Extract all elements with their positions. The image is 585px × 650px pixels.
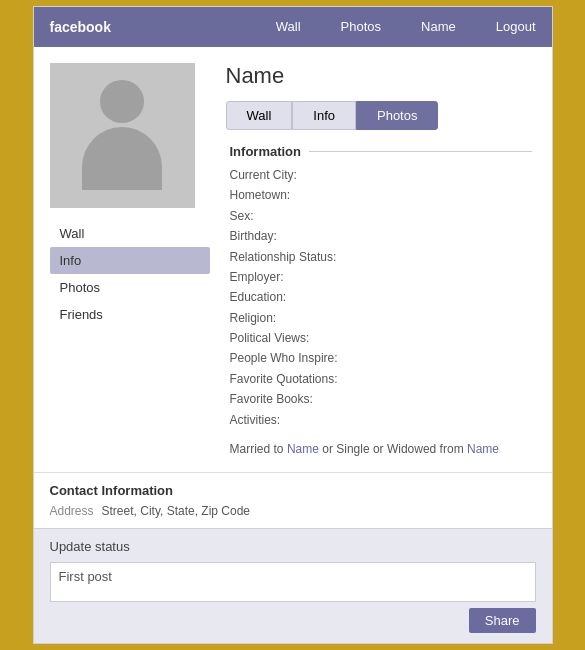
nav-name[interactable]: Name <box>421 19 456 34</box>
contact-header: Contact Information <box>50 483 536 498</box>
married-text-1: Married to <box>230 442 284 456</box>
sidebar-menu: Wall Info Photos Friends <box>50 220 210 328</box>
sidebar-item-friends[interactable]: Friends <box>50 301 210 328</box>
married-text-2: or Single or Widowed from <box>322 442 463 456</box>
field-hometown: Hometown: <box>230 185 532 205</box>
address-value: Street, City, State, Zip Code <box>102 504 251 518</box>
top-nav: facebook Wall Photos Name Logout <box>34 7 552 47</box>
share-btn-row: Share <box>50 608 536 633</box>
info-section: Information Current City: Hometown: Sex:… <box>226 144 536 456</box>
post-text: First post <box>59 569 112 584</box>
tab-wall[interactable]: Wall <box>226 101 293 130</box>
update-status-label: Update status <box>50 539 536 554</box>
field-sex: Sex: <box>230 206 532 226</box>
nav-logout[interactable]: Logout <box>496 19 536 34</box>
field-education: Education: <box>230 287 532 307</box>
profile-name: Name <box>226 63 536 89</box>
field-activities: Activities: <box>230 410 532 430</box>
info-header: Information <box>230 144 532 159</box>
avatar-body <box>82 127 162 191</box>
avatar <box>50 63 195 208</box>
field-religion: Religion: <box>230 308 532 328</box>
right-panel: Name Wall Info Photos Information Curren… <box>226 63 536 456</box>
tab-photos[interactable]: Photos <box>356 101 438 130</box>
nav-photos[interactable]: Photos <box>341 19 381 34</box>
field-quotations: Favorite Quotations: <box>230 369 532 389</box>
field-relationship: Relationship Status: <box>230 247 532 267</box>
address-label: Address <box>50 504 94 518</box>
info-header-text: Information <box>230 144 302 159</box>
info-divider <box>309 151 532 152</box>
married-name1[interactable]: Name <box>287 442 319 456</box>
info-fields: Current City: Hometown: Sex: Birthday: R… <box>230 165 532 430</box>
brand-logo[interactable]: facebook <box>50 19 276 35</box>
update-status-section: Update status First post Share <box>34 528 552 643</box>
profile-tabs: Wall Info Photos <box>226 101 536 130</box>
main-content: Wall Info Photos Friends Name Wall Info … <box>34 47 552 472</box>
tab-info[interactable]: Info <box>292 101 356 130</box>
avatar-silhouette <box>77 80 167 190</box>
sidebar-item-photos[interactable]: Photos <box>50 274 210 301</box>
nav-links: Wall Photos Name Logout <box>276 19 536 34</box>
field-books: Favorite Books: <box>230 389 532 409</box>
nav-wall[interactable]: Wall <box>276 19 301 34</box>
sidebar-item-wall[interactable]: Wall <box>50 220 210 247</box>
field-current-city: Current City: <box>230 165 532 185</box>
field-political: Political Views: <box>230 328 532 348</box>
post-area: First post <box>50 562 536 602</box>
field-employer: Employer: <box>230 267 532 287</box>
contact-section: Contact Information Address Street, City… <box>34 472 552 528</box>
avatar-head <box>100 80 144 122</box>
married-line: Married to Name or Single or Widowed fro… <box>230 442 532 456</box>
contact-row: Address Street, City, State, Zip Code <box>50 504 536 518</box>
left-sidebar: Wall Info Photos Friends <box>50 63 210 456</box>
share-button[interactable]: Share <box>469 608 536 633</box>
field-birthday: Birthday: <box>230 226 532 246</box>
sidebar-item-info[interactable]: Info <box>50 247 210 274</box>
field-inspire: People Who Inspire: <box>230 348 532 368</box>
married-name2[interactable]: Name <box>467 442 499 456</box>
